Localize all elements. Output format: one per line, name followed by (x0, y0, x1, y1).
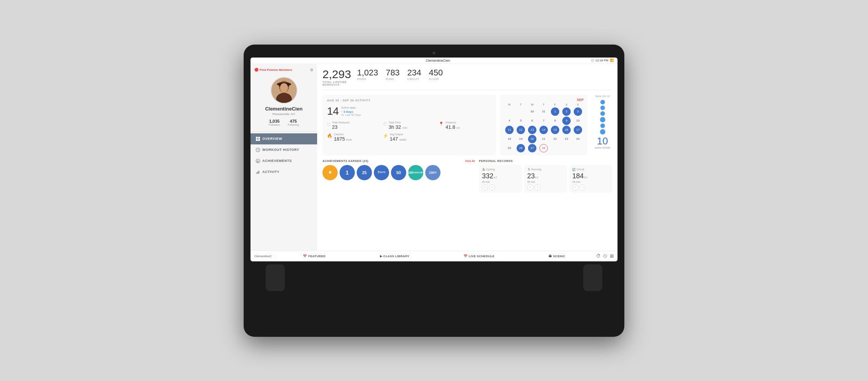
cal-row-4: 18 19 20 21 22 23 24 (504, 135, 584, 143)
streak-dots (600, 100, 605, 134)
cal-row-5: 25 26 27 28 (504, 144, 584, 152)
cal-cell-filled[interactable]: 2 (562, 107, 571, 116)
settings-icon[interactable]: ⚙ (310, 68, 313, 72)
overview-icon (256, 137, 260, 141)
cal-cell[interactable]: 7 (539, 117, 548, 125)
cal-cell-filled[interactable]: 17 (574, 126, 582, 134)
view-all-button[interactable]: View All (465, 160, 475, 162)
badge-star[interactable]: ★ (322, 165, 338, 180)
cal-cell[interactable]: 22 (551, 135, 559, 143)
cal-cell[interactable] (517, 107, 525, 116)
bluetooth-icon: ⬡ (591, 59, 594, 62)
bottom-right-icons: ⏱ ⏲ ⊞ (592, 253, 617, 259)
record-next-running[interactable]: › (535, 184, 541, 190)
achievements-header: ACHIEVEMENTS EARNED (23) View All (322, 159, 475, 163)
top-bar: ClementineCien ⬡ 12:18 PM 📶 (251, 58, 617, 64)
sidebar-divider (251, 131, 317, 132)
cal-cell[interactable]: 25 (505, 144, 514, 152)
cal-cell[interactable]: 30 (528, 107, 536, 116)
cal-cell-filled[interactable]: 3 (574, 107, 582, 116)
cal-cell[interactable]: 23 (562, 135, 571, 143)
streak-dot-3 (600, 111, 605, 116)
cal-cell-filled[interactable]: 26 (517, 144, 525, 152)
nav-activity[interactable]: ACTIVITY (251, 166, 317, 178)
cal-cell[interactable]: 18 (505, 135, 514, 143)
cal-cell-filled[interactable]: 11 (505, 126, 514, 134)
nav-class-library[interactable]: ▶ CLASS LIBRARY (378, 253, 412, 259)
avatar-image (271, 78, 297, 103)
records-row: 🚴 Cycling 332 kJ 45 min ‹ (479, 165, 612, 193)
record-prev-cycling[interactable]: ‹ (482, 184, 488, 190)
badge-50[interactable]: 50 (391, 165, 406, 180)
record-next-circuit[interactable]: › (579, 184, 586, 190)
cal-cell-filled[interactable]: 12 (517, 126, 525, 134)
find-icon: 🔴 (254, 68, 258, 72)
cal-cell-filled[interactable]: 1 (551, 107, 559, 116)
find-members-button[interactable]: 🔴 Find Peloton Members (254, 68, 292, 72)
cal-cell[interactable]: 24 (574, 135, 582, 143)
camera (432, 51, 436, 54)
cal-cell[interactable]: 8 (551, 117, 559, 125)
timer-icon[interactable]: ⏱ (596, 253, 601, 259)
record-type-cycling: 🚴 Cycling (482, 168, 519, 171)
cal-cell[interactable]: 4 (505, 117, 514, 125)
rides-stat: 1,023 RIDES (357, 69, 378, 80)
record-value-cycling: 332 kJ (482, 172, 519, 180)
badge-teal[interactable]: 100CENTURY (408, 165, 423, 180)
cal-cell-filled[interactable]: 14 (539, 126, 548, 134)
streak-num: 10 (597, 136, 608, 146)
nav-live-schedule[interactable]: 📅 LIVE SCHEDULE (461, 253, 497, 259)
nav-overview[interactable]: OVERVIEW (251, 133, 317, 144)
time: 12:18 PM (595, 59, 608, 62)
nav-scenic[interactable]: 🏔 SCENIC (546, 253, 567, 259)
record-type-circuit: 🔄 Circuit (572, 168, 609, 171)
bottom-nav: ClementineC 📅 FEATURED ▶ CLASS LIBRARY 📅… (251, 251, 617, 261)
cal-cell[interactable]: 21 (539, 135, 548, 143)
record-prev-circuit[interactable]: ‹ (572, 184, 578, 190)
vs-text: vs. Last 30 Days (341, 114, 361, 116)
calendar-header: M T W T F S S (504, 103, 584, 106)
badge-1[interactable]: 1 (340, 165, 355, 180)
nav-workout-history[interactable]: WORKOUT HISTORY (251, 144, 317, 155)
cal-cell[interactable]: 19 (517, 135, 525, 143)
cal-cell[interactable]: 5 (517, 117, 525, 125)
streak-section: Since JUL 12 10 week streak (591, 95, 612, 155)
grid-icon[interactable]: ⊞ (610, 253, 614, 259)
cal-cell[interactable]: 10 (574, 117, 582, 125)
cal-cell-filled[interactable]: 9 (562, 117, 571, 125)
cal-cell-filled[interactable]: 20 (528, 135, 536, 143)
cal-cell-today[interactable]: 28 (539, 144, 548, 152)
cal-cell[interactable] (562, 144, 571, 152)
top-bar-right: ⬡ 12:18 PM 📶 (591, 59, 614, 62)
activity-title: AUG 30 - SEP 28 ACTIVITY (327, 99, 491, 102)
cal-cell[interactable]: 6 (528, 117, 536, 125)
cal-cell-filled[interactable]: 13 (528, 126, 536, 134)
cal-cell-filled[interactable]: 16 (562, 126, 571, 134)
active-days-label: Active days (341, 106, 361, 109)
cal-cell[interactable] (505, 107, 514, 116)
cal-cell[interactable] (551, 144, 559, 152)
records-title: PERSONAL RECORDS (479, 159, 513, 163)
record-next-cycling[interactable]: › (489, 184, 495, 190)
cal-cell[interactable] (574, 144, 582, 152)
activity-metrics: AUG 30 - SEP 28 ACTIVITY 14 Active days … (322, 95, 496, 155)
cal-cell-filled[interactable]: 15 (551, 126, 559, 134)
badge-7[interactable]: 7DAYS (374, 165, 389, 180)
badge-25[interactable]: 25 (357, 165, 372, 180)
cal-cell-filled[interactable]: 27 (528, 144, 536, 152)
streak-since: Since JUL 12 (595, 95, 610, 98)
device-title: ClementineCien (426, 59, 450, 62)
records-section: PERSONAL RECORDS 🚴 Cycling 332 kJ (479, 159, 612, 193)
nav-featured[interactable]: 📅 FEATURED (301, 253, 328, 259)
featured-icon: 📅 (303, 255, 307, 258)
total-time-metric: ⏱ Total Time 3h 32 min (383, 121, 436, 130)
cal-cell[interactable]: 31 (539, 107, 548, 116)
stopwatch-icon[interactable]: ⏲ (603, 253, 608, 259)
badge-100[interactable]: 100+ (425, 165, 440, 180)
wifi-icon: 📶 (610, 59, 614, 62)
history-icon (256, 148, 260, 152)
record-prev-running[interactable]: ‹ (527, 184, 533, 190)
nav-achievements[interactable]: ★ ACHIEVEMENTS (251, 155, 317, 166)
metrics-grid: ◻ Total Workouts 23 ⏱ Total Time (327, 121, 491, 142)
record-value-running: 23 kJ (527, 172, 564, 180)
